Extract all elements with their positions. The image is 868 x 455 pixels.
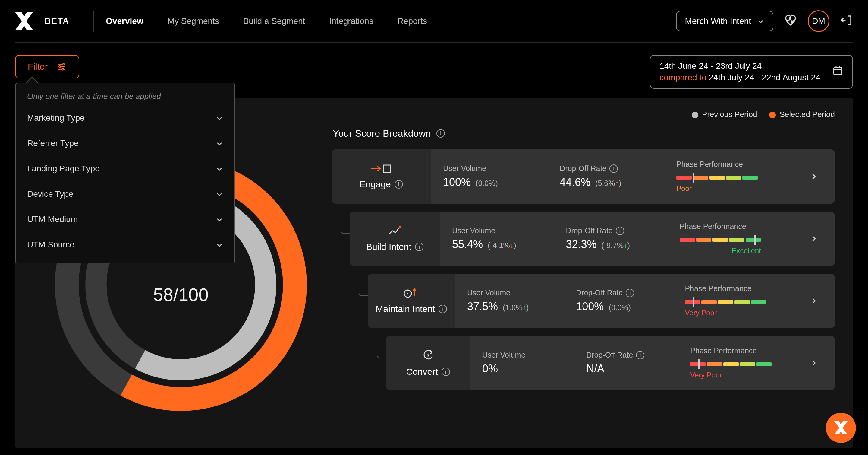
date-range-text: 14th June 24 - 23rd July 24 compared to …	[659, 60, 820, 83]
filter-opt-label: Landing Page Type	[27, 164, 100, 173]
nav-links: Overview My Segments Build a Segment Int…	[106, 16, 427, 26]
nav-reports[interactable]: Reports	[398, 16, 427, 26]
nav-my-segments[interactable]: My Segments	[167, 16, 219, 26]
filter-hint: Only one filter at a time can be applied	[27, 92, 223, 101]
performance-marker	[754, 235, 755, 245]
date-range-picker[interactable]: 14th June 24 - 23rd July 24 compared to …	[650, 55, 853, 89]
svg-marker-22	[834, 421, 847, 434]
info-icon[interactable]: i	[441, 368, 450, 376]
nav-build-segment[interactable]: Build a Segment	[243, 16, 305, 26]
metric-drop-off: Drop-Off Rate i 32.3% (-9.7%↓)	[566, 226, 679, 251]
metric-label: Drop-Off Rate i	[586, 350, 690, 359]
svg-point-4	[63, 63, 64, 65]
metric-label: User Volume	[482, 350, 586, 359]
phase-row-maintain-intent[interactable]: Maintain Intent i User Volume 37.5% (1.0…	[368, 274, 835, 328]
metric-user-volume: User Volume 0%	[482, 350, 586, 375]
breakdown-title-row: Your Score Breakdown i	[333, 128, 835, 139]
filter-opt-label: Device Type	[27, 189, 73, 199]
calendar-icon	[832, 65, 843, 78]
metric-value: 0%	[482, 362, 586, 375]
chevron-right-icon	[805, 235, 823, 243]
nav-integrations[interactable]: Integrations	[329, 16, 373, 26]
metric-phase-performance: Phase Performance Excellent	[680, 222, 805, 255]
metric-label: User Volume	[467, 288, 576, 297]
filter-opt-utm-medium[interactable]: UTM Medium	[27, 207, 223, 232]
tree-line	[359, 266, 368, 296]
phase-metrics: User Volume 55.4% (-4.1%↓) Drop-Off Rate…	[440, 211, 835, 266]
metric-value: 32.3% (-9.7%↓)	[566, 238, 679, 251]
top-nav: BETA Overview My Segments Build a Segmen…	[0, 0, 868, 42]
metric-user-volume: User Volume 37.5% (1.0%↑)	[467, 288, 576, 313]
info-icon[interactable]: i	[636, 351, 644, 359]
filter-opt-utm-source[interactable]: UTM Source	[27, 232, 223, 257]
info-icon[interactable]: i	[626, 289, 634, 297]
nav-overview[interactable]: Overview	[106, 16, 144, 26]
filter-opt-device-type[interactable]: Device Type	[27, 181, 223, 207]
phase-label-cell: Build Intent i	[350, 211, 440, 266]
performance-bar	[676, 176, 758, 179]
legend: Previous Period Selected Period	[692, 110, 835, 119]
performance-marker	[692, 173, 694, 182]
metric-user-volume: User Volume 55.4% (-4.1%↓)	[452, 226, 566, 251]
info-icon[interactable]: i	[415, 243, 424, 251]
info-icon[interactable]: i	[438, 305, 447, 313]
performance-label: Very Poor	[690, 371, 805, 379]
metric-value: 44.6% (5.6%↑)	[560, 176, 676, 189]
performance-bar	[680, 238, 761, 242]
filter-opt-marketing-type[interactable]: Marketing Type	[27, 105, 223, 131]
svg-marker-0	[15, 12, 33, 30]
filter-label: Filter	[28, 61, 48, 72]
metric-value: N/A	[586, 362, 690, 375]
metric-label: User Volume	[443, 164, 560, 173]
phase-label-cell: $ Convert i	[386, 336, 470, 390]
dot-icon	[769, 112, 776, 118]
filter-opt-label: UTM Source	[27, 240, 74, 250]
metric-label: Phase Performance	[690, 346, 805, 355]
svg-point-5	[59, 66, 61, 67]
compared-to-label: compared to	[659, 73, 707, 82]
info-icon[interactable]: i	[610, 165, 618, 173]
phase-label-cell: Maintain Intent i	[368, 274, 455, 328]
filter-opt-referrer-type[interactable]: Referrer Type	[27, 131, 223, 156]
performance-marker	[698, 359, 700, 369]
info-icon[interactable]: i	[616, 227, 624, 235]
metric-value: 55.4% (-4.1%↓)	[452, 238, 566, 251]
tree-line	[341, 204, 350, 234]
filter-opt-landing-page-type[interactable]: Landing Page Type	[27, 156, 223, 181]
user-avatar[interactable]: DM	[808, 10, 830, 32]
performance-marker	[693, 297, 694, 307]
performance-label: Very Poor	[685, 309, 805, 317]
help-fab[interactable]	[826, 413, 856, 443]
health-icon[interactable]	[784, 14, 797, 29]
maintain-intent-icon	[403, 288, 420, 301]
phase-name: Engage	[360, 179, 391, 190]
metric-value: 37.5% (1.0%↑)	[467, 300, 576, 313]
svg-rect-7	[834, 67, 842, 75]
filter-dropdown: Only one filter at a time can be applied…	[15, 83, 235, 263]
date-range-compare: 24th July 24 - 22nd August 24	[709, 73, 821, 82]
phase-metrics: User Volume 100% (0.0%) Drop-Off Rate i	[431, 149, 835, 204]
metric-phase-performance: Phase Performance Very Poor	[685, 284, 805, 317]
metric-drop-off: Drop-Off Rate i 44.6% (5.6%↑)	[560, 164, 676, 189]
svg-rect-16	[383, 165, 391, 172]
convert-icon: $	[422, 349, 434, 364]
phase-name-row: Maintain Intent i	[376, 304, 447, 314]
logout-icon[interactable]	[840, 14, 853, 29]
chevron-down-icon	[216, 216, 223, 223]
chevron-down-icon	[216, 241, 223, 248]
metric-delta: (0.0%)	[609, 303, 631, 312]
metric-drop-off: Drop-Off Rate i 100% (0.0%)	[576, 288, 685, 313]
phase-row-build-intent[interactable]: Build Intent i User Volume 55.4% (-4.1%↓…	[350, 211, 835, 266]
metric-delta: (0.0%)	[475, 179, 498, 188]
phase-row-convert[interactable]: $ Convert i User Volume 0%	[386, 336, 835, 390]
performance-label: Poor	[676, 184, 805, 193]
info-icon[interactable]: i	[395, 180, 403, 189]
info-icon[interactable]: i	[436, 129, 445, 138]
phase-row-engage[interactable]: Engage i User Volume 100% (0.0%)	[332, 149, 835, 204]
filter-button[interactable]: Filter	[15, 55, 79, 79]
workspace-selector[interactable]: Merch With Intent	[676, 11, 773, 31]
phase-name: Convert	[406, 367, 438, 377]
metric-delta: (-4.1%↓)	[488, 241, 516, 250]
beta-badge: BETA	[44, 16, 69, 26]
chevron-down-icon	[216, 190, 223, 198]
